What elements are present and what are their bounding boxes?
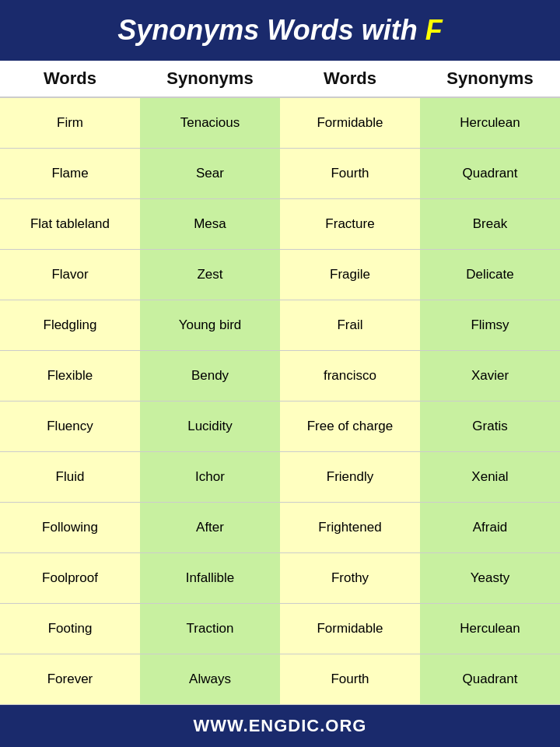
table-cell: Frail — [280, 300, 420, 350]
table-cell: Gratis — [420, 402, 560, 451]
table-cell: Frightened — [280, 503, 420, 552]
table-cell: Foolproof — [0, 553, 140, 603]
table-cell: Lucidity — [140, 402, 280, 451]
table-cell: Fragile — [280, 250, 420, 300]
table-cell: Zest — [140, 250, 280, 300]
table-cell: Firm — [0, 98, 140, 148]
col-header-words1: Words — [0, 61, 140, 96]
table-cell: francisco — [280, 351, 420, 401]
table-cell: Herculean — [420, 604, 560, 654]
table-row: FirmTenaciousFormidableHerculean — [0, 98, 560, 149]
table-cell: Frothy — [280, 553, 420, 603]
table-row: Flat tablelandMesaFractureBreak — [0, 199, 560, 250]
header-title-prefix: Synonyms Words with — [117, 14, 425, 46]
table-cell: Xavier — [420, 351, 560, 401]
table-cell: Fluid — [0, 452, 140, 502]
table-cell: Footing — [0, 604, 140, 654]
table-cell: Traction — [140, 604, 280, 654]
table-cell: Xenial — [420, 452, 560, 502]
table-cell: Formidable — [280, 98, 420, 148]
table-cell: Formidable — [280, 604, 420, 654]
table-body: FirmTenaciousFormidableHerculeanFlameSea… — [0, 98, 560, 705]
table-cell: Forever — [0, 654, 140, 704]
table-row: FluencyLucidityFree of chargeGratis — [0, 402, 560, 452]
table-row: FluidIchorFriendlyXenial — [0, 452, 560, 503]
table-cell: Quadrant — [420, 654, 560, 704]
table-cell: Flame — [0, 149, 140, 198]
table-cell: Delicate — [420, 250, 560, 300]
table-row: FledglingYoung birdFrailFlimsy — [0, 300, 560, 351]
table-cell: Mesa — [140, 199, 280, 249]
table-cell: Friendly — [280, 452, 420, 502]
table-row: FootingTractionFormidableHerculean — [0, 604, 560, 654]
table-cell: Fluency — [0, 402, 140, 451]
col-header-words2: Words — [280, 61, 420, 96]
table-cell: Infallible — [140, 553, 280, 603]
page-header: Synonyms Words with F — [0, 0, 560, 61]
table-cell: Quadrant — [420, 149, 560, 198]
table-cell: Yeasty — [420, 553, 560, 603]
footer-url: WWW.ENGDIC.ORG — [194, 716, 367, 735]
table-row: FlameSearFourthQuadrant — [0, 149, 560, 199]
table-row: ForeverAlwaysFourthQuadrant — [0, 654, 560, 705]
table-cell: Flimsy — [420, 300, 560, 350]
table-cell: Bendy — [140, 351, 280, 401]
table-cell: Flavor — [0, 250, 140, 300]
table-row: FlexibleBendyfranciscoXavier — [0, 351, 560, 402]
table-cell: Fledgling — [0, 300, 140, 350]
table-cell: Free of charge — [280, 402, 420, 451]
table-cell: Flat tableland — [0, 199, 140, 249]
table-cell: Following — [0, 503, 140, 552]
col-header-synonyms1: Synonyms — [140, 61, 280, 96]
table-row: FlavorZestFragileDelicate — [0, 250, 560, 300]
column-headers: Words Synonyms Words Synonyms — [0, 61, 560, 98]
table-cell: Fourth — [280, 654, 420, 704]
page-footer: WWW.ENGDIC.ORG — [0, 705, 560, 747]
table-cell: Young bird — [140, 300, 280, 350]
table-cell: After — [140, 503, 280, 552]
header-title-letter: F — [425, 14, 443, 46]
table-cell: Tenacious — [140, 98, 280, 148]
table-cell: Flexible — [0, 351, 140, 401]
table-cell: Ichor — [140, 452, 280, 502]
table-cell: Fracture — [280, 199, 420, 249]
table-cell: Fourth — [280, 149, 420, 198]
col-header-synonyms2: Synonyms — [420, 61, 560, 96]
table-cell: Afraid — [420, 503, 560, 552]
table-cell: Break — [420, 199, 560, 249]
table-row: FoolproofInfallibleFrothyYeasty — [0, 553, 560, 604]
table-row: FollowingAfterFrightenedAfraid — [0, 503, 560, 553]
table-cell: Always — [140, 654, 280, 704]
table-cell: Herculean — [420, 98, 560, 148]
table-cell: Sear — [140, 149, 280, 198]
